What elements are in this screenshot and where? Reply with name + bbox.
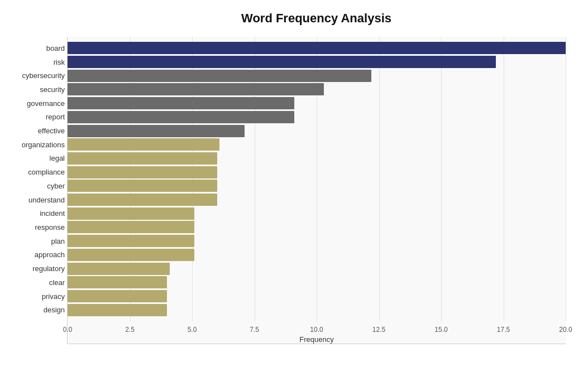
bar-row: response (68, 220, 566, 234)
bar-label: security (3, 85, 65, 94)
bar (68, 111, 294, 123)
bar (68, 249, 194, 261)
x-tick-label: 7.5 (250, 326, 259, 334)
bar-label: organizations (3, 141, 65, 149)
bar-label: board (3, 44, 65, 52)
bar (68, 125, 245, 137)
bar-row: report (68, 110, 566, 124)
bar (68, 304, 167, 316)
bar-label: understand (3, 196, 65, 204)
x-axis: Frequency 0.02.55.07.510.012.515.017.520… (68, 321, 566, 344)
bar-label: compliance (3, 168, 65, 176)
bar (68, 194, 217, 206)
chart-title: Word Frequency Analysis (67, 11, 566, 26)
bar-row: understand (68, 193, 566, 207)
bar-label: response (3, 223, 65, 231)
bar-row: regulatory (68, 262, 566, 276)
x-tick-label: 0.0 (63, 326, 73, 334)
bar-row: plan (68, 234, 566, 248)
bar-label: approach (3, 250, 65, 259)
bar-label: design (3, 306, 65, 314)
x-tick-label: 10.0 (310, 326, 323, 334)
bar-row: approach (68, 248, 566, 262)
x-tick-label: 5.0 (188, 326, 197, 334)
bar-label: risk (3, 58, 65, 66)
bar-row: design (68, 303, 566, 317)
bar (68, 42, 566, 54)
bar-label: report (3, 113, 65, 121)
bar-row: incident (68, 206, 566, 220)
plot-area: boardriskcybersecuritysecuritygovernance… (67, 37, 566, 344)
bar (68, 166, 217, 178)
bar (68, 221, 194, 233)
bar-label: legal (3, 154, 65, 162)
bar (68, 83, 324, 95)
bar-row: cyber (68, 179, 566, 193)
bar (68, 207, 194, 220)
bar-row: risk (68, 55, 566, 69)
x-tick-label: 2.5 (125, 326, 135, 334)
bar (68, 138, 219, 151)
x-axis-label: Frequency (299, 335, 333, 344)
bar-row: organizations (68, 138, 566, 152)
bar-label: cyber (3, 182, 65, 190)
bar (68, 180, 217, 192)
bar (68, 235, 194, 247)
bar-label: effective (3, 127, 65, 135)
bar (68, 263, 170, 275)
gridline (566, 37, 566, 321)
bar (68, 290, 167, 302)
bar-row: compliance (68, 165, 566, 179)
x-tick-label: 12.5 (372, 326, 385, 334)
bar-row: cybersecurity (68, 69, 566, 83)
bar-label: cybersecurity (3, 71, 65, 80)
bar (68, 152, 217, 165)
bar-row: security (68, 83, 566, 96)
bar-label: incident (3, 209, 65, 218)
bar (68, 56, 496, 68)
bar-row: legal (68, 152, 566, 166)
bar-label: privacy (3, 292, 65, 301)
bar (68, 97, 294, 109)
bar-row: board (68, 41, 566, 55)
bar-label: clear (3, 278, 65, 287)
bar-label: regulatory (3, 264, 65, 273)
bar (68, 70, 371, 82)
bar-row: effective (68, 124, 566, 138)
x-tick-label: 17.5 (497, 326, 510, 334)
bar-label: governance (3, 99, 65, 108)
x-tick-label: 20.0 (559, 326, 572, 334)
chart-container: Word Frequency Analysis boardriskcyberse… (0, 0, 588, 391)
bar (68, 276, 167, 288)
bar-row: clear (68, 276, 566, 289)
bar-row: governance (68, 96, 566, 110)
bar-label: plan (3, 237, 65, 245)
x-tick-label: 15.0 (434, 326, 447, 334)
bar-row: privacy (68, 289, 566, 303)
bars-wrapper: boardriskcybersecuritysecuritygovernance… (68, 37, 566, 321)
